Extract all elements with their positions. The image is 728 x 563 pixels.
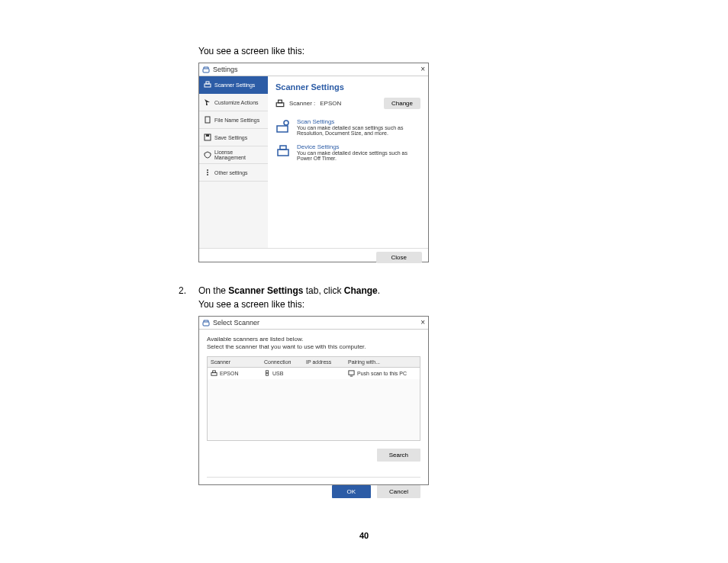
sidebar-item-label: Other settings bbox=[214, 170, 248, 175]
cell-pairing: Push scan to this PC bbox=[357, 371, 407, 376]
settings-window: Settings × Scanner Settings Cu bbox=[198, 63, 429, 262]
cell-ip bbox=[303, 368, 345, 379]
svg-rect-9 bbox=[276, 102, 284, 106]
step-number: 2. bbox=[179, 285, 198, 296]
svg-rect-18 bbox=[266, 371, 268, 373]
table-row[interactable]: EPSON USB Pus bbox=[208, 368, 420, 379]
scanner-value: EPSON bbox=[320, 100, 341, 107]
svg-rect-3 bbox=[205, 117, 210, 123]
scan-settings-icon bbox=[275, 118, 291, 134]
svg-rect-15 bbox=[203, 322, 209, 326]
svg-rect-5 bbox=[206, 134, 209, 137]
scan-settings-card[interactable]: Scan Settings You can make detailed scan… bbox=[275, 118, 420, 136]
svg-rect-14 bbox=[280, 146, 286, 150]
col-connection: Connection bbox=[261, 357, 303, 367]
titlebar: Select Scanner × bbox=[199, 317, 428, 330]
page-number: 40 bbox=[0, 531, 728, 540]
select-scanner-window: Select Scanner × Available scanners are … bbox=[198, 316, 429, 485]
sidebar-item-label: Scanner Settings bbox=[214, 82, 255, 88]
card-title: Device Settings bbox=[297, 143, 420, 150]
ok-button[interactable]: OK bbox=[332, 485, 372, 498]
card-title: Scan Settings bbox=[297, 118, 420, 125]
svg-rect-0 bbox=[203, 69, 209, 72]
usb-icon bbox=[264, 370, 270, 376]
window-title: Select Scanner bbox=[213, 319, 259, 327]
cell-scanner: EPSON bbox=[220, 371, 239, 376]
intro-text: Available scanners are listed below. Sel… bbox=[207, 336, 420, 352]
device-settings-card[interactable]: Device Settings You can make detailed de… bbox=[275, 143, 420, 161]
close-icon[interactable]: × bbox=[420, 66, 425, 73]
sidebar-item-label: Customize Actions bbox=[214, 100, 259, 105]
svg-rect-10 bbox=[279, 100, 282, 103]
save-icon bbox=[204, 134, 211, 141]
table-empty-area bbox=[208, 379, 420, 440]
col-ip: IP address bbox=[303, 357, 345, 367]
scanner-table: Scanner Connection IP address Pairing wi… bbox=[207, 356, 420, 441]
sidebar-item-save-settings[interactable]: Save Settings bbox=[199, 129, 268, 146]
sidebar-item-scanner-settings[interactable]: Scanner Settings bbox=[199, 76, 268, 94]
printer-icon bbox=[204, 81, 211, 88]
svg-point-8 bbox=[207, 174, 208, 175]
main-pane: Scanner Settings Scanner : EPSON Change bbox=[268, 76, 428, 248]
svg-point-6 bbox=[207, 169, 208, 171]
intro-text-1: You see a screen like this: bbox=[198, 46, 626, 56]
col-pairing: Pairing with... bbox=[345, 357, 420, 367]
svg-rect-13 bbox=[278, 150, 288, 156]
app-icon bbox=[202, 66, 210, 73]
svg-rect-17 bbox=[213, 371, 216, 373]
app-icon bbox=[202, 319, 210, 327]
sidebar-item-license-management[interactable]: License Management bbox=[199, 146, 268, 164]
shield-icon bbox=[204, 151, 211, 159]
cancel-button[interactable]: Cancel bbox=[377, 485, 420, 498]
scanner-row: Scanner : EPSON Change bbox=[275, 98, 420, 109]
sidebar-item-customize-actions[interactable]: Customize Actions bbox=[199, 94, 268, 111]
sidebar-item-label: File Name Settings bbox=[214, 117, 259, 123]
intro-text-2: You see a screen like this: bbox=[198, 299, 626, 310]
cursor-icon bbox=[204, 98, 211, 106]
sidebar: Scanner Settings Customize Actions File … bbox=[199, 76, 268, 248]
document-icon bbox=[204, 116, 211, 124]
change-button[interactable]: Change bbox=[384, 98, 420, 109]
cell-connection: USB bbox=[272, 371, 283, 376]
scanner-label: Scanner : bbox=[289, 100, 315, 107]
sidebar-item-label: Save Settings bbox=[214, 135, 247, 140]
monitor-icon bbox=[348, 370, 355, 377]
card-desc: You can make detailed device settings su… bbox=[297, 150, 420, 161]
printer-icon bbox=[275, 99, 285, 108]
search-button[interactable]: Search bbox=[377, 449, 420, 462]
svg-rect-20 bbox=[349, 371, 354, 375]
device-settings-icon bbox=[275, 143, 291, 159]
svg-rect-1 bbox=[205, 84, 211, 87]
close-button[interactable]: Close bbox=[376, 252, 422, 263]
sidebar-item-label: License Management bbox=[214, 150, 263, 160]
step-text: On the Scanner Settings tab, click Chang… bbox=[198, 285, 380, 296]
footer: Close bbox=[199, 248, 428, 266]
close-icon[interactable]: × bbox=[420, 319, 425, 327]
dots-icon bbox=[204, 169, 211, 176]
window-title: Settings bbox=[213, 66, 238, 73]
svg-rect-16 bbox=[211, 372, 217, 375]
sidebar-item-other-settings[interactable]: Other settings bbox=[199, 164, 268, 182]
svg-rect-19 bbox=[266, 373, 268, 375]
card-desc: You can make detailed scan settings such… bbox=[297, 125, 420, 136]
svg-point-7 bbox=[207, 172, 208, 173]
col-scanner: Scanner bbox=[208, 357, 261, 367]
svg-rect-11 bbox=[277, 126, 288, 132]
svg-point-12 bbox=[284, 121, 288, 125]
printer-icon bbox=[211, 370, 217, 377]
titlebar: Settings × bbox=[199, 63, 428, 76]
svg-rect-2 bbox=[206, 82, 209, 84]
sidebar-item-file-name-settings[interactable]: File Name Settings bbox=[199, 111, 268, 129]
table-header: Scanner Connection IP address Pairing wi… bbox=[208, 357, 420, 368]
page-heading: Scanner Settings bbox=[275, 82, 420, 92]
